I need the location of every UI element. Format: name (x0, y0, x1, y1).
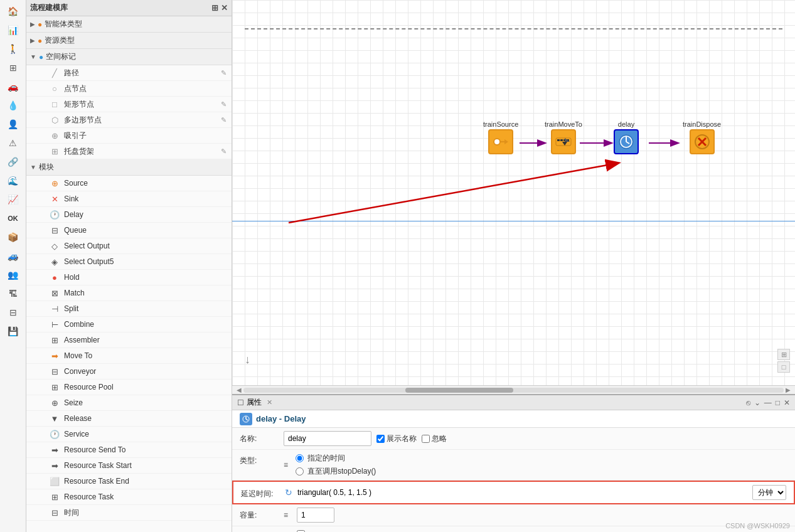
canvas-fit-icon[interactable]: □ (777, 361, 790, 373)
item-release[interactable]: ▼ Release (26, 411, 232, 427)
nav-person-btn[interactable]: 👤 (3, 115, 23, 133)
item-sink[interactable]: ✕ Sink (26, 191, 232, 207)
item-attractor[interactable]: ⊕ 吸引子 (26, 128, 232, 144)
nav-box-btn[interactable]: 📦 (3, 228, 23, 246)
show-name-checkbox[interactable] (376, 435, 385, 443)
item-path[interactable]: ╱ 路径 ✎ (26, 65, 232, 81)
nav-car2-btn[interactable]: 🚙 (3, 247, 23, 265)
item-rect-node[interactable]: □ 矩形节点 ✎ (26, 97, 232, 112)
prop-external-icon[interactable]: ⎋ (746, 398, 750, 407)
section-spatial-header[interactable]: ▼ ● 空间标记 (26, 49, 232, 65)
delay-time-input[interactable] (295, 487, 749, 498)
node-trainSource[interactable]: trainSource (483, 120, 518, 154)
properties-tab-close[interactable]: ✕ (267, 398, 272, 407)
resource-task-start-icon: ➡ (49, 460, 60, 471)
hscroll-thumb[interactable] (405, 388, 513, 393)
node-delay[interactable]: delay (614, 120, 639, 154)
type-field-controls: ≡ 指定的时间 直至调用stopDelay() (284, 453, 787, 477)
poly-node-edit-icon[interactable]: ✎ (221, 116, 227, 124)
item-match[interactable]: ⊠ Match (26, 285, 232, 301)
item-service[interactable]: 🕐 Service (26, 427, 232, 442)
nav-build-btn[interactable]: 🏗 (3, 285, 23, 302)
item-source[interactable]: ⊕ Source (26, 176, 232, 191)
nav-network-btn[interactable]: 🔗 (3, 153, 23, 171)
nav-car-btn[interactable]: 🚗 (3, 78, 23, 95)
watermark-text: CSDN @WSKH0929 (725, 522, 790, 529)
item-resource-task-start[interactable]: ➡ Resource Task Start (26, 458, 232, 474)
hscroll-track[interactable] (243, 388, 784, 393)
item-hold[interactable]: ● Hold (26, 270, 232, 285)
node-trainMoveTo[interactable]: trainMoveTo (545, 120, 582, 154)
prop-close-icon[interactable]: ✕ (784, 398, 790, 407)
item-combine[interactable]: ⊢ Combine (26, 317, 232, 332)
service-label: Service (64, 430, 227, 439)
prop-minimize-icon[interactable]: — (764, 398, 772, 407)
item-moveto[interactable]: ➡ Move To (26, 348, 232, 364)
select-output5-icon: ◈ (49, 256, 60, 267)
nav-liquid-btn[interactable]: 💧 (3, 97, 23, 114)
section-resources-header[interactable]: ▶ ● 资源类型 (26, 33, 232, 49)
nav-ok-btn[interactable]: OK (3, 210, 23, 227)
nav-save-btn[interactable]: 💾 (3, 322, 23, 340)
type-radio-specified[interactable] (296, 454, 304, 462)
delay-title-icon (240, 413, 252, 425)
nav-grid-btn[interactable]: ⊞ (3, 59, 23, 77)
nav-chart-btn[interactable]: 📈 (3, 191, 23, 208)
delay-time-unit-select[interactable]: 分钟 秒 小时 天 (752, 485, 786, 500)
ignore-label: 忽略 (422, 434, 447, 444)
item-shelf[interactable]: ⊞ 托盘货架 ✎ (26, 144, 232, 159)
nav-users-btn[interactable]: 👥 (3, 266, 23, 284)
properties-panel-header: ☐ 属性 ✕ ⎋ ⌄ — □ ✕ (232, 395, 795, 410)
item-queue[interactable]: ⊟ Queue (26, 223, 232, 238)
shelf-edit-icon[interactable]: ✎ (221, 147, 227, 156)
type-radio-stop[interactable] (296, 467, 304, 476)
prop-maximize-icon[interactable]: □ (776, 398, 780, 407)
section-agents-header[interactable]: ▶ ● 智能体类型 (26, 16, 232, 33)
canvas-main[interactable]: trainSource trainMoveTo (232, 0, 795, 385)
prop-dropdown-icon[interactable]: ⌄ (754, 398, 760, 407)
panel-grid-icon[interactable]: ⊞ (211, 3, 218, 13)
nav-projects-btn[interactable]: 🏠 (3, 3, 23, 20)
delay-time-refresh-icon[interactable]: ↻ (285, 487, 292, 497)
ignore-checkbox[interactable] (422, 435, 430, 443)
poly-node-label: 多边形节点 (64, 115, 221, 125)
name-input[interactable] (284, 431, 371, 446)
item-poly-node[interactable]: ⬡ 多边形节点 ✎ (26, 112, 232, 128)
section-modules-header[interactable]: ▼ 模块 (26, 159, 232, 176)
nav-analytics-btn[interactable]: 📊 (3, 21, 23, 39)
node-trainDispose[interactable]: trainDispose (683, 120, 721, 154)
rect-node-edit-icon[interactable]: ✎ (221, 100, 227, 109)
item-seize[interactable]: ⊕ Seize (26, 395, 232, 411)
item-split[interactable]: ⊣ Split (26, 301, 232, 317)
item-node[interactable]: ○ 点节点 (26, 81, 232, 97)
nav-agents-btn[interactable]: 🚶 (3, 40, 23, 58)
item-time[interactable]: ⊟ 时间 (26, 505, 232, 521)
select-output-icon: ◇ (49, 240, 60, 252)
item-select-output[interactable]: ◇ Select Output (26, 238, 232, 254)
nav-warning-btn[interactable]: ⚠ (3, 134, 23, 152)
poly-node-icon: ⬡ (49, 114, 60, 125)
item-resource-task-end[interactable]: ⬜ Resource Task End (26, 474, 232, 489)
capacity-input[interactable] (297, 508, 334, 523)
canvas-hscroll[interactable]: ◀ ▶ (232, 385, 795, 394)
item-resource-send-to[interactable]: ➡ Resource Send To (26, 442, 232, 458)
sink-icon: ✕ (49, 193, 60, 205)
trainMoveTo-icon (551, 129, 576, 154)
item-delay[interactable]: 🕐 Delay (26, 207, 232, 223)
item-assembler[interactable]: ⊞ Assembler (26, 332, 232, 348)
nav-grid2-btn[interactable]: ⊟ (3, 304, 23, 321)
prop-row-delay-time: 延迟时间: ↻ 分钟 秒 小时 天 (232, 481, 795, 504)
panel-close-icon[interactable]: ✕ (221, 3, 228, 13)
item-resource-task[interactable]: ⊞ Resource Task (26, 489, 232, 505)
service-icon: 🕐 (49, 428, 60, 440)
resource-task-icon: ⊞ (49, 491, 60, 503)
nav-flow-btn[interactable]: 🌊 (3, 172, 23, 189)
item-conveyor[interactable]: ⊟ Conveyor (26, 364, 232, 380)
prop-row-max-capacity: 最大容量: ≡ (232, 526, 795, 532)
max-capacity-checkbox[interactable] (297, 530, 305, 533)
path-edit-icon[interactable]: ✎ (221, 69, 227, 77)
rect-node-label: 矩形节点 (64, 99, 221, 110)
item-resource-pool[interactable]: ⊞ Resource Pool (26, 380, 232, 395)
item-select-output5[interactable]: ◈ Select Output5 (26, 254, 232, 270)
canvas-layers-icon[interactable]: ⊞ (777, 349, 790, 360)
